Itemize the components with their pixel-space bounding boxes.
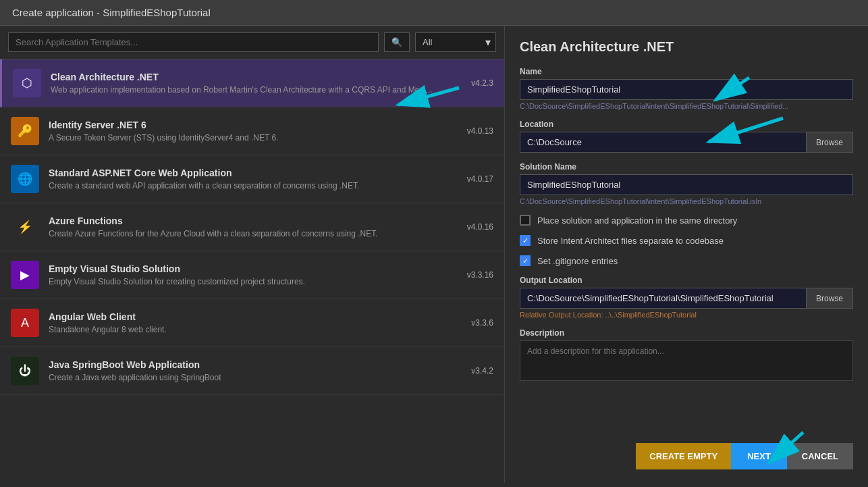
template-icon-azure-functions: ⚡ xyxy=(11,213,39,241)
template-item-clean-arch[interactable]: ⬡ Clean Architecture .NET Web applicatio… xyxy=(0,59,504,107)
template-desc-aspnet-core: Create a standard web API application wi… xyxy=(49,181,458,190)
template-list: ⬡ Clean Architecture .NET Web applicatio… xyxy=(0,59,504,483)
template-name-angular: Angular Web Client xyxy=(49,311,462,322)
checkbox-gitignore[interactable] xyxy=(520,255,531,266)
template-info-empty-vs: Empty Visual Studio Solution Empty Visua… xyxy=(49,263,458,286)
filter-wrapper: All xyxy=(415,32,496,52)
template-item-java-spring[interactable]: ⏻ Java SpringBoot Web Application Create… xyxy=(0,347,504,395)
output-location-label: Output Location xyxy=(520,276,853,285)
checkbox-same-dir[interactable] xyxy=(520,215,531,226)
action-bar: CREATE EMPTY NEXT CANCEL xyxy=(520,443,853,469)
description-textarea[interactable] xyxy=(520,340,853,381)
template-desc-java-spring: Create a Java web application using Spri… xyxy=(49,373,462,382)
left-panel: 🔍 All ⬡ Clean Architecture .NET Web appl… xyxy=(0,26,505,483)
right-panel: Clean Architecture .NET Name C:\DocSourc… xyxy=(505,26,868,483)
output-browse-button[interactable]: Browse xyxy=(806,288,853,309)
template-name-empty-vs: Empty Visual Studio Solution xyxy=(49,263,458,274)
title-bar: Create application - SimplifiedEShopTuto… xyxy=(0,0,868,26)
template-version-angular: v3.3.6 xyxy=(471,318,493,328)
description-label: Description xyxy=(520,328,853,338)
template-icon-angular: A xyxy=(11,309,39,337)
selected-template-title: Clean Architecture .NET xyxy=(520,39,853,55)
template-desc-identity-server: A Secure Token Server (STS) using Identi… xyxy=(49,133,458,143)
template-desc-clean-arch: Web application implementation based on … xyxy=(51,85,462,95)
checkbox-gitignore-row[interactable]: Set .gitignore entries xyxy=(520,255,853,266)
create-empty-button[interactable]: CREATE EMPTY xyxy=(636,443,731,469)
location-browse-button[interactable]: Browse xyxy=(806,132,853,153)
template-icon-identity-server: 🔑 xyxy=(11,117,39,145)
template-desc-azure-functions: Create Azure Functions for the Azure Clo… xyxy=(49,229,458,238)
template-item-identity-server[interactable]: 🔑 Identity Server .NET 6 A Secure Token … xyxy=(0,107,504,155)
template-icon-clean-arch: ⬡ xyxy=(13,69,41,97)
output-location-input[interactable] xyxy=(520,288,806,309)
checkbox-same-dir-row[interactable]: Place solution and application in the sa… xyxy=(520,215,853,226)
search-input[interactable] xyxy=(8,32,379,52)
solution-name-field-group: Solution Name C:\DocSource\SimplifiedESh… xyxy=(520,162,853,205)
template-name-azure-functions: Azure Functions xyxy=(49,215,458,226)
solution-hint: C:\DocSource\SimplifiedEShopTutorial\int… xyxy=(520,197,853,205)
name-hint: C:\DocSource\SimplifiedEShopTutorial\int… xyxy=(520,102,853,110)
template-version-identity-server: v4.0.13 xyxy=(467,126,493,136)
template-icon-empty-vs: ▶ xyxy=(11,261,39,289)
checkbox-store-intent-row[interactable]: Store Intent Architect files separate to… xyxy=(520,235,853,246)
next-button[interactable]: NEXT xyxy=(731,443,787,469)
template-info-clean-arch: Clean Architecture .NET Web application … xyxy=(51,72,462,95)
output-relative-hint: Relative Output Location: ..\..\Simplifi… xyxy=(520,311,853,319)
template-item-aspnet-core[interactable]: 🌐 Standard ASP.NET Core Web Application … xyxy=(0,155,504,203)
template-version-azure-functions: v4.0.16 xyxy=(467,222,493,232)
template-name-clean-arch: Clean Architecture .NET xyxy=(51,72,462,82)
dialog-title: Create application - SimplifiedEShopTuto… xyxy=(12,7,211,18)
location-field-group: Location Browse xyxy=(520,120,853,153)
template-info-aspnet-core: Standard ASP.NET Core Web Application Cr… xyxy=(49,168,458,190)
name-input[interactable] xyxy=(520,79,853,100)
filter-select[interactable]: All xyxy=(415,32,496,52)
template-icon-aspnet-core: 🌐 xyxy=(11,165,39,193)
search-bar: 🔍 All xyxy=(0,26,504,59)
template-info-identity-server: Identity Server .NET 6 A Secure Token Se… xyxy=(49,120,458,143)
solution-name-label: Solution Name xyxy=(520,162,853,172)
template-name-aspnet-core: Standard ASP.NET Core Web Application xyxy=(49,168,458,178)
description-field-group: Description xyxy=(520,328,853,384)
search-button[interactable]: 🔍 xyxy=(384,32,410,52)
template-desc-empty-vs: Empty Visual Studio Solution for creatin… xyxy=(49,277,458,286)
template-name-identity-server: Identity Server .NET 6 xyxy=(49,120,458,130)
template-version-java-spring: v3.4.2 xyxy=(471,366,493,376)
template-item-azure-functions[interactable]: ⚡ Azure Functions Create Azure Functions… xyxy=(0,203,504,251)
cancel-button[interactable]: CANCEL xyxy=(787,443,853,469)
checkbox-store-intent[interactable] xyxy=(520,235,531,246)
output-location-row: Browse xyxy=(520,288,853,309)
location-input[interactable] xyxy=(520,132,806,153)
template-version-clean-arch: v4.2.3 xyxy=(471,78,493,88)
template-icon-java-spring: ⏻ xyxy=(11,357,39,385)
location-row: Browse xyxy=(520,132,853,153)
template-info-java-spring: Java SpringBoot Web Application Create a… xyxy=(49,359,462,382)
template-info-azure-functions: Azure Functions Create Azure Functions f… xyxy=(49,215,458,238)
template-item-angular[interactable]: A Angular Web Client Standalone Angular … xyxy=(0,299,504,347)
template-version-empty-vs: v3.3.16 xyxy=(467,270,493,280)
name-field-group: Name C:\DocSource\SimplifiedEShopTutoria… xyxy=(520,67,853,110)
template-info-angular: Angular Web Client Standalone Angular 8 … xyxy=(49,311,462,334)
template-item-empty-vs[interactable]: ▶ Empty Visual Studio Solution Empty Vis… xyxy=(0,251,504,299)
name-label: Name xyxy=(520,67,853,76)
output-location-field-group: Output Location Browse Relative Output L… xyxy=(520,276,853,319)
solution-name-input[interactable] xyxy=(520,174,853,195)
checkbox-store-intent-label: Store Intent Architect files separate to… xyxy=(537,236,724,246)
template-desc-angular: Standalone Angular 8 web client. xyxy=(49,325,462,334)
checkbox-same-dir-label: Place solution and application in the sa… xyxy=(537,215,737,226)
checkbox-gitignore-label: Set .gitignore entries xyxy=(537,256,618,266)
location-label: Location xyxy=(520,120,853,129)
template-version-aspnet-core: v4.0.17 xyxy=(467,174,493,184)
template-name-java-spring: Java SpringBoot Web Application xyxy=(49,359,462,370)
